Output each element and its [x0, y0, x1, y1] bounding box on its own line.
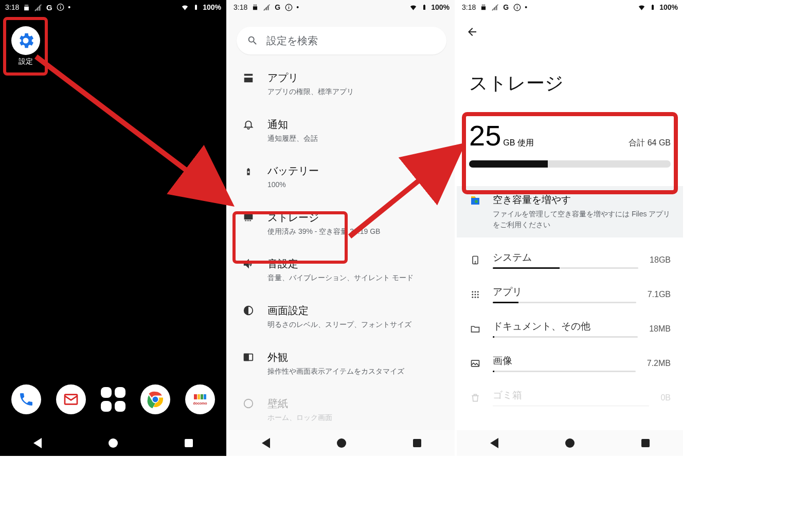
palette-icon — [241, 398, 256, 409]
settings-item-wallpaper[interactable]: 壁紙ホーム、ロック画面 — [228, 387, 455, 433]
home-screen: 3:18 G • 1 — [0, 0, 226, 456]
debug-icon — [479, 4, 487, 11]
cat-fill — [493, 336, 494, 338]
settings-app-icon[interactable] — [11, 26, 40, 55]
nav-back-icon[interactable] — [490, 438, 498, 448]
item-sub: アプリの権限、標準アプリ — [267, 87, 442, 97]
storage-category-trash[interactable]: ゴミ箱 0B — [457, 380, 683, 415]
cat-fill — [493, 302, 518, 303]
svg-rect-27 — [248, 220, 249, 222]
svg-rect-16 — [244, 74, 253, 76]
signal-off-icon — [262, 4, 270, 11]
item-title: アプリ — [267, 71, 442, 85]
settings-item-apps[interactable]: アプリアプリの権限、標準アプリ — [228, 61, 455, 107]
debug-icon — [251, 4, 259, 11]
settings-item-sound[interactable]: 音設定音量、バイブレーション、サイレント モード — [228, 247, 455, 293]
wifi-icon — [638, 4, 645, 11]
bell-icon — [241, 119, 256, 130]
settings-list-screen: 3:18 G • 100% 設定を検索 アプリアプリの権限、標準アプリ — [228, 0, 455, 456]
settings-app-highlight: 設定 — [3, 17, 48, 76]
google-icon: G — [274, 4, 281, 11]
cat-label: アプリ — [493, 285, 636, 299]
back-button[interactable] — [457, 14, 683, 40]
page-title: ストレージ — [469, 71, 671, 96]
usage-bar — [469, 160, 671, 168]
cat-size: 18MB — [649, 324, 671, 334]
chrome-icon — [145, 389, 166, 410]
svg-rect-11 — [204, 394, 206, 399]
search-icon — [247, 35, 258, 46]
svg-rect-20 — [244, 214, 253, 219]
battery-icon — [192, 4, 200, 11]
google-icon: G — [502, 4, 510, 11]
item-sub: 使用済み 39% - 空き容量 39.19 GB — [267, 227, 442, 237]
status-bar: 3:18 G • 100% — [228, 0, 455, 14]
svg-rect-34 — [517, 7, 517, 9]
usage-fill — [469, 160, 548, 168]
settings-item-notifications[interactable]: 通知通知履歴、会話 — [228, 107, 455, 154]
info-icon — [57, 4, 64, 11]
mail-app-icon[interactable] — [56, 384, 86, 414]
svg-point-40 — [477, 291, 479, 292]
nav-recent-icon[interactable] — [185, 439, 193, 447]
folder-icon — [469, 324, 481, 334]
nav-bar — [228, 430, 455, 456]
image-icon — [469, 358, 481, 369]
cat-label: ゴミ箱 — [493, 389, 649, 402]
svg-rect-24 — [250, 212, 251, 214]
storage-category-system[interactable]: システム 18GB — [457, 243, 683, 277]
total-label: 合計 64 GB — [629, 138, 671, 149]
svg-rect-25 — [245, 220, 246, 222]
phone-app-icon[interactable] — [11, 384, 41, 414]
settings-item-appearance[interactable]: 外観操作性や画面表示アイテムをカスタマイズ — [228, 340, 455, 387]
app-drawer-icon[interactable] — [101, 387, 125, 412]
svg-rect-17 — [244, 78, 253, 82]
svg-rect-14 — [289, 7, 289, 9]
item-sub: 明るさのレベル、スリープ、フォントサイズ — [267, 320, 442, 330]
svg-point-36 — [475, 200, 478, 203]
status-bar: 3:18 G • 1 — [0, 0, 226, 14]
cat-fill — [493, 267, 560, 269]
svg-point-41 — [472, 293, 473, 295]
nav-back-icon[interactable] — [33, 438, 42, 448]
signal-off-icon — [491, 4, 498, 11]
item-sub: 操作性や画面表示アイテムをカスタマイズ — [267, 366, 442, 377]
signal-off-icon — [34, 4, 42, 11]
svg-point-6 — [152, 397, 158, 402]
storage-categories: システム 18GB アプリ 7.1GB ドキュメント、その他 18MB 画像 7… — [457, 243, 683, 415]
storage-category-documents[interactable]: ドキュメント、その他 18MB — [457, 311, 683, 346]
settings-item-battery[interactable]: バッテリー100% — [228, 154, 455, 200]
settings-app-label: 設定 — [19, 57, 33, 66]
storage-category-images[interactable]: 画像 7.2MB — [457, 346, 683, 380]
free-up-space-item[interactable]: 空き容量を増やす ファイルを管理して空き容量を増やすには Files アプリをご… — [457, 186, 683, 237]
nav-home-icon[interactable] — [565, 438, 575, 448]
cat-size: 7.2MB — [647, 359, 671, 368]
status-battery: 100% — [203, 3, 221, 11]
cat-label: 画像 — [493, 354, 636, 368]
svg-rect-23 — [248, 212, 249, 214]
free-up-sub: ファイルを管理して空き容量を増やすには Files アプリをご利用ください — [493, 209, 671, 230]
nav-recent-icon[interactable] — [641, 439, 650, 447]
storage-category-apps[interactable]: アプリ 7.1GB — [457, 277, 683, 311]
settings-item-storage[interactable]: ストレージ使用済み 39% - 空き容量 39.19 GB — [228, 200, 455, 247]
brightness-icon — [241, 305, 256, 316]
svg-point-43 — [477, 293, 479, 295]
chrome-app-icon[interactable] — [140, 384, 170, 414]
search-placeholder: 設定を検索 — [266, 34, 318, 48]
nav-home-icon[interactable] — [337, 438, 346, 448]
battery-icon — [420, 4, 428, 11]
storage-usage-summary: 25GB 使用 合計 64 GB — [462, 112, 678, 177]
nav-recent-icon[interactable] — [413, 439, 421, 447]
nav-home-icon[interactable] — [109, 438, 118, 448]
settings-item-display[interactable]: 画面設定明るさのレベル、スリープ、フォントサイズ — [228, 293, 455, 340]
battery-icon — [649, 4, 656, 11]
settings-search[interactable]: 設定を検索 — [237, 27, 446, 54]
status-dot: • — [68, 3, 70, 11]
info-icon — [285, 4, 293, 11]
svg-point-38 — [472, 291, 473, 292]
debug-icon — [23, 4, 30, 11]
nav-back-icon[interactable] — [262, 438, 270, 448]
item-title: ストレージ — [267, 211, 442, 225]
docomo-app-icon[interactable]: docomo — [185, 384, 215, 414]
gear-icon — [16, 31, 35, 50]
